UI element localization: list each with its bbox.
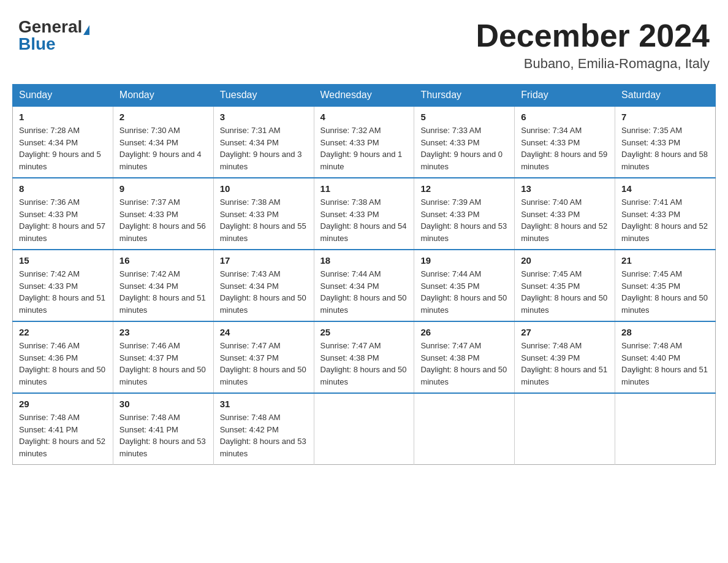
day-info: Sunrise: 7:48 AM Sunset: 4:41 PM Dayligh… [19,412,107,459]
daylight-label: Daylight: 8 hours and 58 minutes [621,150,708,171]
day-info: Sunrise: 7:41 AM Sunset: 4:33 PM Dayligh… [621,196,709,244]
calendar-cell: 5 Sunrise: 7:33 AM Sunset: 4:33 PM Dayli… [414,106,515,178]
day-info: Sunrise: 7:48 AM Sunset: 4:40 PM Dayligh… [621,340,709,388]
day-info: Sunrise: 7:36 AM Sunset: 4:33 PM Dayligh… [19,196,107,244]
day-number: 19 [420,255,508,266]
day-number: 11 [320,183,408,194]
calendar-cell: 30 Sunrise: 7:48 AM Sunset: 4:41 PM Dayl… [113,393,213,465]
daylight-label: Daylight: 8 hours and 50 minutes [220,293,306,315]
day-number: 4 [320,112,408,122]
sunset-label: Sunset: 4:33 PM [19,282,78,291]
day-number: 30 [119,399,207,409]
col-tuesday: Tuesday [213,85,314,107]
day-info: Sunrise: 7:40 AM Sunset: 4:33 PM Dayligh… [521,196,609,244]
daylight-label: Daylight: 8 hours and 52 minutes [19,437,105,458]
day-number: 20 [521,255,609,266]
sunset-label: Sunset: 4:33 PM [420,138,479,147]
daylight-label: Daylight: 8 hours and 52 minutes [621,221,708,243]
sunrise-label: Sunrise: 7:35 AM [621,126,682,135]
sunset-label: Sunset: 4:41 PM [19,425,78,434]
day-number: 14 [621,183,709,194]
day-number: 29 [19,399,107,409]
day-number: 26 [420,327,508,337]
daylight-label: Daylight: 9 hours and 4 minutes [119,150,202,171]
daylight-label: Daylight: 8 hours and 50 minutes [320,293,407,315]
daylight-label: Daylight: 8 hours and 54 minutes [320,221,407,243]
daylight-label: Daylight: 8 hours and 51 minutes [621,365,708,386]
calendar-cell: 8 Sunrise: 7:36 AM Sunset: 4:33 PM Dayli… [13,178,113,250]
daylight-label: Daylight: 8 hours and 50 minutes [621,293,708,315]
sunset-label: Sunset: 4:41 PM [119,425,178,434]
calendar-cell: 19 Sunrise: 7:44 AM Sunset: 4:35 PM Dayl… [414,250,515,321]
calendar-cell [615,393,716,465]
sunrise-label: Sunrise: 7:45 AM [621,269,682,278]
calendar-week-row: 15 Sunrise: 7:42 AM Sunset: 4:33 PM Dayl… [13,250,716,321]
col-saturday: Saturday [615,85,716,107]
sunset-label: Sunset: 4:38 PM [420,353,479,362]
calendar-subtitle: Bubano, Emilia-Romagna, Italy [476,56,710,72]
sunset-label: Sunset: 4:35 PM [521,282,580,291]
col-sunday: Sunday [13,85,113,107]
logo-triangle-icon [83,25,89,35]
calendar-cell: 17 Sunrise: 7:43 AM Sunset: 4:34 PM Dayl… [213,250,314,321]
logo: General Blue [18,18,89,53]
sunrise-label: Sunrise: 7:40 AM [521,197,582,207]
col-wednesday: Wednesday [314,85,414,107]
day-number: 23 [119,327,207,337]
calendar-cell: 27 Sunrise: 7:48 AM Sunset: 4:39 PM Dayl… [515,321,615,393]
calendar-cell: 14 Sunrise: 7:41 AM Sunset: 4:33 PM Dayl… [615,178,716,250]
daylight-label: Daylight: 8 hours and 53 minutes [420,221,507,243]
day-info: Sunrise: 7:46 AM Sunset: 4:37 PM Dayligh… [119,340,207,388]
calendar-title: December 2024 [476,18,710,53]
sunrise-label: Sunrise: 7:41 AM [621,197,682,207]
day-number: 17 [220,255,308,266]
day-info: Sunrise: 7:35 AM Sunset: 4:33 PM Dayligh… [621,124,709,172]
sunset-label: Sunset: 4:34 PM [220,282,279,291]
calendar-cell [314,393,414,465]
daylight-label: Daylight: 9 hours and 5 minutes [19,150,101,171]
calendar-cell: 24 Sunrise: 7:47 AM Sunset: 4:37 PM Dayl… [213,321,314,393]
day-info: Sunrise: 7:37 AM Sunset: 4:33 PM Dayligh… [119,196,207,244]
day-info: Sunrise: 7:43 AM Sunset: 4:34 PM Dayligh… [220,268,308,316]
sunrise-label: Sunrise: 7:32 AM [320,126,381,135]
daylight-label: Daylight: 8 hours and 50 minutes [220,365,306,386]
sunset-label: Sunset: 4:37 PM [119,353,178,362]
sunset-label: Sunset: 4:33 PM [420,210,479,219]
day-info: Sunrise: 7:45 AM Sunset: 4:35 PM Dayligh… [521,268,609,316]
sunset-label: Sunset: 4:33 PM [521,138,580,147]
sunset-label: Sunset: 4:33 PM [220,210,279,219]
daylight-label: Daylight: 8 hours and 50 minutes [420,365,507,386]
daylight-label: Daylight: 8 hours and 50 minutes [420,293,507,315]
daylight-label: Daylight: 8 hours and 52 minutes [521,221,607,243]
day-info: Sunrise: 7:39 AM Sunset: 4:33 PM Dayligh… [420,196,508,244]
sunset-label: Sunset: 4:40 PM [621,353,680,362]
calendar-week-row: 8 Sunrise: 7:36 AM Sunset: 4:33 PM Dayli… [13,178,716,250]
calendar-cell: 3 Sunrise: 7:31 AM Sunset: 4:34 PM Dayli… [213,106,314,178]
sunrise-label: Sunrise: 7:31 AM [220,126,281,135]
sunrise-label: Sunrise: 7:43 AM [220,269,281,278]
calendar-cell: 26 Sunrise: 7:47 AM Sunset: 4:38 PM Dayl… [414,321,515,393]
day-number: 5 [420,112,508,122]
day-number: 25 [320,327,408,337]
day-number: 1 [19,112,107,122]
sunset-label: Sunset: 4:34 PM [119,138,178,147]
sunrise-label: Sunrise: 7:47 AM [220,341,281,350]
daylight-label: Daylight: 8 hours and 55 minutes [220,221,306,243]
daylight-label: Daylight: 8 hours and 53 minutes [220,437,306,458]
day-info: Sunrise: 7:28 AM Sunset: 4:34 PM Dayligh… [19,124,107,172]
calendar-cell: 9 Sunrise: 7:37 AM Sunset: 4:33 PM Dayli… [113,178,213,250]
calendar-cell: 16 Sunrise: 7:42 AM Sunset: 4:34 PM Dayl… [113,250,213,321]
sunset-label: Sunset: 4:33 PM [320,210,379,219]
day-number: 6 [521,112,609,122]
calendar-cell: 25 Sunrise: 7:47 AM Sunset: 4:38 PM Dayl… [314,321,414,393]
sunrise-label: Sunrise: 7:46 AM [119,341,180,350]
day-number: 13 [521,183,609,194]
calendar-cell: 7 Sunrise: 7:35 AM Sunset: 4:33 PM Dayli… [615,106,716,178]
day-info: Sunrise: 7:31 AM Sunset: 4:34 PM Dayligh… [220,124,308,172]
sunset-label: Sunset: 4:38 PM [320,353,379,362]
day-number: 28 [621,327,709,337]
daylight-label: Daylight: 8 hours and 50 minutes [320,365,407,386]
calendar-cell: 29 Sunrise: 7:48 AM Sunset: 4:41 PM Dayl… [13,393,113,465]
daylight-label: Daylight: 8 hours and 59 minutes [521,150,607,171]
daylight-label: Daylight: 8 hours and 50 minutes [521,293,607,315]
